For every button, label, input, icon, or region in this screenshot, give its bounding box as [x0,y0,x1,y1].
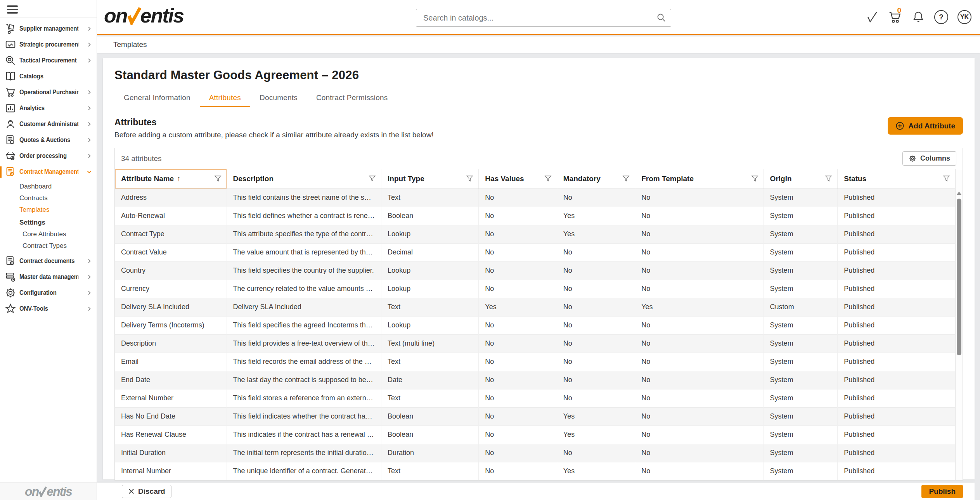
description-cell: This field contains the street name of t… [227,189,381,207]
table-row[interactable]: Description This field provides a free-t… [115,334,955,353]
input-type-cell: Text [381,353,479,371]
origin-cell: System [764,207,838,225]
has-values-cell: No [479,243,557,261]
table-row[interactable]: Has No End Date This field indicates whe… [115,407,955,426]
table-row[interactable]: Address This field contains the street n… [115,189,955,207]
sidebar-item-configuration[interactable]: Configuration [0,285,97,301]
filter-funnel-icon[interactable] [368,175,376,183]
scrollbar-thumb[interactable] [957,199,961,355]
table-row[interactable]: End Date The last day the contract is su… [115,371,955,389]
table-row[interactable]: Contract Type This attribute specifies t… [115,225,955,243]
sidebar-item-contracts[interactable]: Contracts [0,192,97,204]
sidebar-item-dashboard[interactable]: Dashboard [0,181,97,192]
attribute-name-cell: Description [115,334,227,353]
table-row[interactable]: Country This field specifies the country… [115,261,955,280]
mandatory-cell: No [557,334,635,353]
column-header-from-template[interactable]: From Template [635,169,764,189]
tab-documents[interactable]: Documents [250,89,307,107]
logo-check-icon [126,6,141,25]
sidebar-item-operational-purchasing[interactable]: Operational Purchasing [0,85,97,100]
sidebar-item-customer-administration[interactable]: Customer Administration [0,116,97,132]
breadcrumb[interactable]: Templates [113,40,147,49]
sort-ascending-icon[interactable]: ↑ [177,175,181,183]
mandatory-cell: Yes [557,207,635,225]
add-attribute-label: Add Attribute [908,122,955,130]
onventis-check-icon[interactable] [867,10,878,24]
from-template-cell: No [635,426,764,444]
add-attribute-button[interactable]: Add Attribute [888,117,963,135]
column-header-description[interactable]: Description [227,169,381,189]
filter-funnel-icon[interactable] [466,175,474,183]
user-avatar[interactable]: YK [957,10,971,24]
table-scrollbar[interactable] [955,169,963,480]
search-icon[interactable] [656,12,667,23]
column-header-origin[interactable]: Origin [764,169,838,189]
table-row[interactable]: Contract Value The value amount that is … [115,243,955,261]
filter-funnel-icon[interactable] [824,175,833,183]
tab-attributes[interactable]: Attributes [200,89,250,107]
help-icon[interactable]: ? [934,10,948,24]
status-cell: Published [838,353,955,371]
hamburger-menu-icon[interactable] [7,5,19,14]
sidebar-item-label: Operational Purchasing [19,88,78,96]
tab-general-information[interactable]: General Information [114,89,200,107]
table-row[interactable]: Email This field records the email addre… [115,353,955,371]
sidebar-item-quotes-auctions[interactable]: Quotes & Auctions [0,132,97,148]
column-header-input-type[interactable]: Input Type [381,169,479,189]
status-cell: Published [838,261,955,280]
sidebar-item-catalogs[interactable]: Catalogs [0,69,97,85]
table-row[interactable]: External Number This field stores a refe… [115,389,955,407]
sidebar-item-strategic-procurement[interactable]: Strategic procurement [0,37,97,53]
filter-funnel-icon[interactable] [751,175,759,183]
sidebar-item-contract-documents[interactable]: Contract documents [0,253,97,269]
column-header-has-values[interactable]: Has Values [479,169,557,189]
sidebar-item-supplier-management[interactable]: Supplier management [0,21,97,37]
discard-button[interactable]: Discard [122,485,171,498]
scroll-up-arrow-icon[interactable] [957,192,961,195]
description-cell: This field specifies the agreed Incoterm… [227,316,381,334]
table-row[interactable]: Auto-Renewal This field defines whether … [115,207,955,225]
search-input[interactable] [416,9,671,27]
sidebar-item-tactical-procurement[interactable]: Tactical Procurement [0,53,97,69]
column-header-attribute-name[interactable]: Attribute Name↑ [115,169,227,189]
attribute-name-cell: Has No End Date [115,407,227,426]
sidebar-item-templates[interactable]: Templates [0,204,97,216]
publish-button[interactable]: Publish [921,485,963,498]
from-template-cell: No [635,444,764,462]
column-header-mandatory[interactable]: Mandatory [557,169,635,189]
table-row[interactable]: Delivery SLA Included Delivery SLA Inclu… [115,298,955,316]
table-row[interactable]: Has Renewal Clause This indicates if the… [115,426,955,444]
filter-funnel-icon[interactable] [214,175,222,183]
notifications-bell-icon[interactable] [912,10,925,24]
description-cell: The unique identifier of a contract. Gen… [227,462,381,480]
sidebar-item-contract-types[interactable]: Contract Types [0,240,97,252]
attribute-name-cell: Email [115,353,227,371]
table-header-row: Attribute Name↑ Description Input Type [115,169,955,189]
origin-cell: System [764,389,838,407]
table-row[interactable]: Initial Duration The initial term repres… [115,444,955,462]
gear-icon [909,155,916,163]
table-toolbar: 34 attributes Columns [115,148,963,169]
filter-funnel-icon[interactable] [544,175,552,183]
table-row[interactable]: Internal Number The unique identifier of… [115,462,955,480]
cart-icon[interactable]: 0 [888,10,902,24]
cart-badge: 0 [897,6,901,15]
origin-cell: System [764,225,838,243]
table-row[interactable]: Delivery Terms (Incoterms) This field sp… [115,316,955,334]
sidebar-item-order-processing[interactable]: Order processing [0,148,97,164]
filter-funnel-icon[interactable] [622,175,630,183]
onventis-logo[interactable]: on entis [104,5,184,26]
column-header-status[interactable]: Status [838,169,955,189]
sidebar-item-contract-management[interactable]: Contract Management [0,164,97,180]
sidebar-item-core-attributes[interactable]: Core Attributes [0,228,97,240]
sidebar-item-analytics[interactable]: Analytics [0,100,97,116]
columns-button[interactable]: Columns [902,151,956,166]
sidebar-item-onv-tools[interactable]: ONV-Tools [0,301,97,317]
onventis-footer-logo: on entis [25,485,72,498]
mandatory-cell: No [557,389,635,407]
table-row[interactable]: Currency The currency related to the val… [115,280,955,298]
filter-funnel-icon[interactable] [942,175,951,183]
tab-contract-permissions[interactable]: Contract Permissions [307,89,397,107]
sidebar-item-master-data-management[interactable]: Master data management [0,269,97,285]
description-cell: This field indicates whether the contrac… [227,407,381,426]
